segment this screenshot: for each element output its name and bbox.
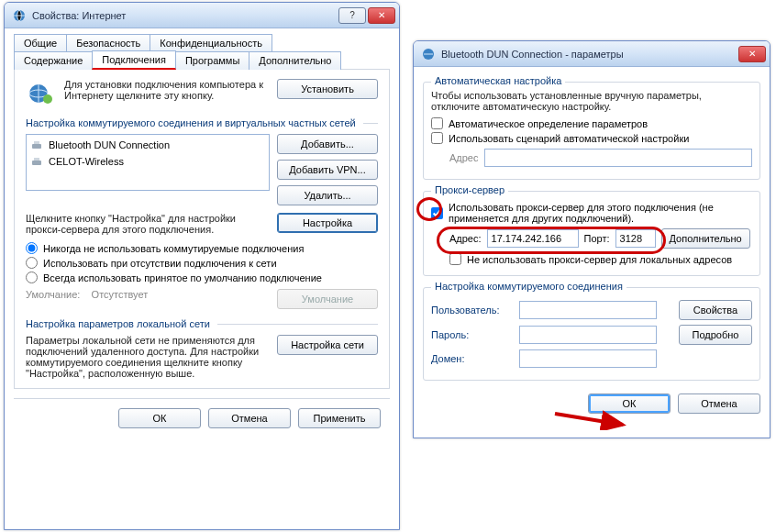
svg-rect-5 xyxy=(34,141,39,144)
domain-input[interactable] xyxy=(519,349,657,368)
list-item-label: Bluetooth DUN Connection xyxy=(49,139,170,150)
titlebar-right: Bluetooth DUN Connection - параметры ✕ xyxy=(414,41,770,67)
bypass-local-checkbox[interactable] xyxy=(449,253,461,265)
internet-options-icon xyxy=(12,8,27,23)
domain-label: Домен: xyxy=(431,353,514,364)
use-proxy-checkbox[interactable] xyxy=(431,207,443,219)
list-item[interactable]: CELOT-Wireless xyxy=(28,153,267,170)
modem-icon xyxy=(30,155,43,168)
settings-button[interactable]: Настройка xyxy=(277,213,378,233)
checkbox-label: Автоматическое определение параметров xyxy=(449,118,648,129)
cancel-button[interactable]: Отмена xyxy=(678,393,760,414)
proxy-legend: Прокси-сервер xyxy=(431,184,508,195)
proxy-port-label: Порт: xyxy=(584,233,610,244)
user-label: Пользователь: xyxy=(431,305,514,316)
use-script-checkbox[interactable] xyxy=(431,132,443,144)
proxy-advanced-button[interactable]: Дополнительно xyxy=(661,228,750,249)
setup-help-text: Для установки подключения компьютера к И… xyxy=(64,79,270,108)
ok-button[interactable]: ОК xyxy=(118,408,201,428)
checkbox-label: Не использовать прокси-сервер для локаль… xyxy=(467,254,732,265)
auto-config-hint: Чтобы использовать установленные вручную… xyxy=(431,90,752,112)
radio-label: Никогда не использовать коммутируемые по… xyxy=(43,243,304,254)
modem-icon xyxy=(30,139,43,151)
auto-detect-checkbox[interactable] xyxy=(431,117,443,129)
proxy-address-input[interactable] xyxy=(487,229,579,248)
auto-config-legend: Автоматическая настройка xyxy=(431,75,565,86)
close-button[interactable]: ✕ xyxy=(738,46,766,62)
svg-rect-4 xyxy=(32,144,41,149)
default-value: Отсутствует xyxy=(92,289,149,300)
tab-security[interactable]: Безопасность xyxy=(66,34,150,51)
tab-content[interactable]: Содержание xyxy=(14,51,93,70)
password-input[interactable] xyxy=(519,326,657,344)
lan-section-label: Настройка параметров локальной сети xyxy=(26,318,210,329)
checkbox-label: Использовать прокси-сервер для этого под… xyxy=(449,202,752,224)
tab-programs[interactable]: Программы xyxy=(175,51,249,70)
radio-always-dial[interactable] xyxy=(26,272,38,283)
lan-settings-button[interactable]: Настройка сети xyxy=(277,335,378,355)
tab-privacy[interactable]: Конфиденциальность xyxy=(150,34,272,51)
radio-dial-if-no-net[interactable] xyxy=(26,257,38,269)
connection-icon xyxy=(421,47,436,61)
checkbox-label: Использовать сценарий автоматической нас… xyxy=(449,133,689,144)
proxy-address-label: Адрес: xyxy=(449,233,482,244)
ok-button[interactable]: ОК xyxy=(588,393,671,414)
lan-hint: Параметры локальной сети не применяются … xyxy=(26,335,270,379)
remove-button[interactable]: Удалить... xyxy=(277,185,378,205)
add-vpn-button[interactable]: Добавить VPN... xyxy=(277,160,378,180)
svg-rect-6 xyxy=(32,161,41,165)
dial-section-label: Настройка коммутируемого соединения и ви… xyxy=(26,117,356,128)
cancel-button[interactable]: Отмена xyxy=(208,408,291,428)
window-title: Свойства: Интернет xyxy=(32,10,337,21)
tab-connections[interactable]: Подключения xyxy=(92,50,176,70)
set-default-button: Умолчание xyxy=(277,289,378,309)
script-address-label: Адрес xyxy=(449,152,479,163)
svg-line-9 xyxy=(555,414,623,425)
apply-button[interactable]: Применить xyxy=(298,408,381,428)
proxy-port-input[interactable] xyxy=(615,229,656,248)
svg-rect-7 xyxy=(34,158,39,161)
radio-never-dial[interactable] xyxy=(26,242,38,254)
radio-label: Использовать при отсутствии подключения … xyxy=(43,258,277,269)
close-button[interactable]: ✕ xyxy=(368,7,395,24)
script-address-input xyxy=(484,149,753,167)
svg-point-3 xyxy=(43,94,52,104)
user-input[interactable] xyxy=(519,301,657,319)
settings-hint: Щелкните кнопку "Настройка" для настройк… xyxy=(26,213,270,235)
tab-advanced[interactable]: Дополнительно xyxy=(249,51,341,70)
window-title: Bluetooth DUN Connection - параметры xyxy=(441,49,737,60)
dialup-legend: Настройка коммутируемого соединения xyxy=(431,281,626,292)
radio-label: Всегда использовать принятое по умолчани… xyxy=(43,272,322,283)
help-button[interactable]: ? xyxy=(338,7,366,24)
globe-icon xyxy=(26,79,55,108)
default-label: Умолчание: xyxy=(26,289,80,300)
titlebar-left: Свойства: Интернет ? ✕ xyxy=(5,3,399,28)
setup-button[interactable]: Установить xyxy=(277,79,378,99)
connections-listbox[interactable]: Bluetooth DUN Connection CELOT-Wireless xyxy=(26,134,270,191)
tab-general[interactable]: Общие xyxy=(14,34,67,51)
add-button[interactable]: Добавить... xyxy=(277,134,378,154)
list-item-label: CELOT-Wireless xyxy=(49,156,124,167)
details-button[interactable]: Подробно xyxy=(679,325,752,345)
list-item[interactable]: Bluetooth DUN Connection xyxy=(28,137,267,153)
password-label: Пароль: xyxy=(431,329,514,340)
properties-button[interactable]: Свойства xyxy=(679,300,752,320)
